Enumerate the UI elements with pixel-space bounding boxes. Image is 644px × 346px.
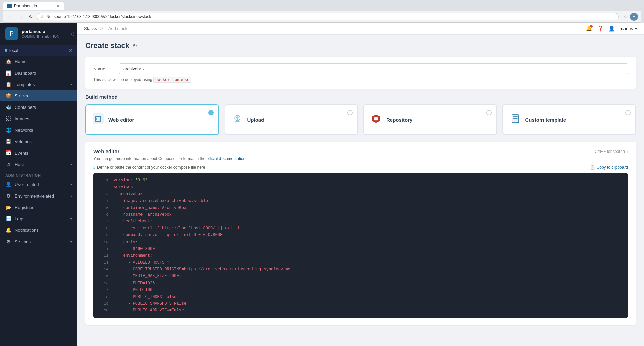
notifications-button[interactable]: 🔔	[586, 25, 592, 32]
environment-icon: ⚙	[5, 193, 11, 199]
sidebar-item-host[interactable]: 🖥 Host ▾	[0, 159, 77, 170]
topbar: Stacks > Add stack 🔔 ❓ 👤 marius ▾	[77, 23, 644, 35]
code-line: 15 - MEDIA_MAX_SIZE=2000m	[93, 273, 628, 279]
sidebar-item-logs[interactable]: 📃 Logs ▾	[0, 213, 77, 224]
deploy-cmd: docker compose	[153, 77, 191, 83]
svg-rect-0	[93, 113, 104, 124]
notifications-icon: 🔔	[5, 227, 11, 233]
sidebar-item-stacks[interactable]: 📦 Stacks	[0, 90, 77, 101]
code-line: 16 - PUID=1026	[93, 280, 628, 287]
sidebar-item-label: Environment-related	[15, 193, 67, 199]
logo-name: portainer.io	[22, 29, 59, 35]
sidebar-item-environment-related[interactable]: ⚙ Environment-related ▾	[0, 190, 77, 202]
admin-section-label: Administration	[0, 170, 77, 179]
sidebar-item-templates[interactable]: 📋 Templates ▾	[0, 79, 77, 90]
build-method-web-editor[interactable]: Web editor	[85, 104, 219, 135]
code-line: 19 - PUBLIC_SNAPSHOTS=False	[93, 300, 628, 307]
main-content: Stacks > Add stack 🔔 ❓ 👤 marius ▾ Create…	[77, 23, 644, 346]
repository-label: Repository	[386, 117, 412, 123]
sidebar-item-home[interactable]: 🏠 Home	[0, 56, 77, 67]
home-icon: 🏠	[5, 59, 11, 64]
address-bar[interactable]: ⚠ Not secure 192.168.1.18:9000/#/2/docke…	[37, 13, 619, 20]
code-editor[interactable]: 1version: '3.9'2services:3 archivebox:4 …	[93, 173, 628, 318]
official-docs-link[interactable]: official documentation.	[206, 156, 246, 161]
editor-description: You can get more information about Compo…	[93, 156, 628, 161]
sidebar-item-containers[interactable]: 🐳 Containers	[0, 101, 77, 113]
name-label: Name	[93, 66, 114, 71]
sidebar-item-dashboard[interactable]: 📊 Dashboard	[0, 67, 77, 79]
sidebar-item-registries[interactable]: 📂 Registries	[0, 202, 77, 213]
code-line: 10 ports:	[93, 239, 628, 246]
sidebar-item-notifications[interactable]: 🔔 Notifications	[0, 224, 77, 236]
profile-button[interactable]: M	[630, 13, 638, 21]
breadcrumb-stacks-link[interactable]: Stacks	[84, 26, 97, 31]
web-editor-section: Web editor Ctrl+F for search ℹ You can g…	[85, 142, 636, 325]
editor-info-bar: ℹ Define or paste the content of your do…	[93, 165, 628, 170]
build-methods-grid: Web editor Upload	[85, 104, 636, 135]
sidebar-item-images[interactable]: 🖼 Images	[0, 113, 77, 124]
code-line: 2services:	[93, 184, 628, 190]
editor-shortcut: Ctrl+F for search ℹ	[595, 149, 628, 154]
build-method-custom-template[interactable]: Custom template	[502, 104, 636, 135]
logo-icon: P	[5, 27, 18, 40]
user-icon[interactable]: 👤	[608, 25, 615, 32]
user-menu[interactable]: marius ▾	[620, 26, 637, 31]
sidebar-item-networks[interactable]: 🌐 Networks	[0, 124, 77, 136]
web-editor-radio[interactable]	[208, 110, 214, 115]
code-line: 13 - ALLOWED_HOSTS=*	[93, 259, 628, 266]
browser-tab[interactable]: Portainer | lo... ✕	[3, 2, 64, 10]
tab-close[interactable]: ✕	[57, 4, 60, 8]
logs-icon: 📃	[5, 216, 11, 221]
repository-radio[interactable]	[486, 110, 492, 115]
custom-template-radio[interactable]	[625, 110, 631, 115]
reload-button[interactable]: ↻	[27, 13, 35, 20]
chevron-down-icon: ▾	[70, 163, 72, 166]
user-dropdown-icon: ▾	[635, 26, 637, 31]
chevron-down-icon: ▾	[70, 240, 72, 244]
volumes-icon: 💾	[5, 139, 11, 144]
build-method-section: Build method Web editor	[85, 94, 636, 135]
sidebar-item-label: Logs	[15, 216, 67, 221]
copy-to-clipboard-button[interactable]: 📋 Copy to clipboard	[590, 165, 628, 170]
sidebar-item-user-related[interactable]: 👤 User-related ▾	[0, 179, 77, 190]
env-name: local	[9, 48, 18, 53]
build-method-repository[interactable]: Repository	[363, 104, 497, 135]
help-button[interactable]: ❓	[597, 25, 604, 32]
build-section-title: Build method	[85, 94, 636, 100]
bookmark-icon[interactable]: ☆	[623, 14, 628, 20]
forward-button[interactable]: →	[16, 13, 25, 20]
sidebar-collapse-button[interactable]: ◁	[70, 31, 74, 36]
env-close-button[interactable]: ✕	[69, 48, 73, 53]
code-line: 20 - PUBLIC_ADD_VIEW=False	[93, 307, 628, 314]
sidebar-item-label: User-related	[15, 182, 67, 187]
sidebar-item-volumes[interactable]: 💾 Volumes	[0, 136, 77, 147]
settings-icon: ⚙	[5, 239, 11, 244]
env-status-dot	[5, 49, 7, 52]
code-line: 4 image: archivebox/archivebox:stable	[93, 198, 628, 204]
sidebar-item-events[interactable]: 📅 Events	[0, 147, 77, 159]
sidebar-item-label: Host	[15, 162, 67, 167]
chevron-down-icon: ▾	[70, 83, 72, 86]
back-button[interactable]: ←	[6, 13, 14, 20]
clipboard-icon: 📋	[590, 165, 595, 170]
sidebar-item-settings[interactable]: ⚙ Settings ▾	[0, 236, 77, 247]
sidebar-item-label: Stacks	[15, 93, 72, 98]
sidebar-item-label: Networks	[15, 128, 72, 133]
chevron-down-icon: ▾	[70, 217, 72, 221]
sidebar-item-label: Registries	[15, 205, 72, 210]
events-icon: 📅	[5, 150, 11, 156]
refresh-icon[interactable]: ↻	[133, 43, 137, 49]
sidebar-env: local ✕	[0, 45, 77, 56]
name-input[interactable]	[119, 63, 628, 74]
upload-radio[interactable]	[347, 110, 353, 115]
sidebar-item-label: Home	[15, 59, 72, 64]
logo-edition: COMMUNITY EDITION	[22, 35, 59, 38]
code-line: 14 - CSRF_TRUSTED_ORIGINS=https://archiv…	[93, 266, 628, 273]
editor-header: Web editor Ctrl+F for search ℹ	[93, 148, 628, 154]
chevron-down-icon: ▾	[70, 183, 72, 186]
web-editor-label: Web editor	[108, 117, 134, 123]
page-title: Create stack	[85, 41, 129, 50]
sidebar-item-label: Images	[15, 116, 72, 121]
build-method-upload[interactable]: Upload	[225, 104, 358, 135]
tab-favicon	[7, 4, 12, 8]
